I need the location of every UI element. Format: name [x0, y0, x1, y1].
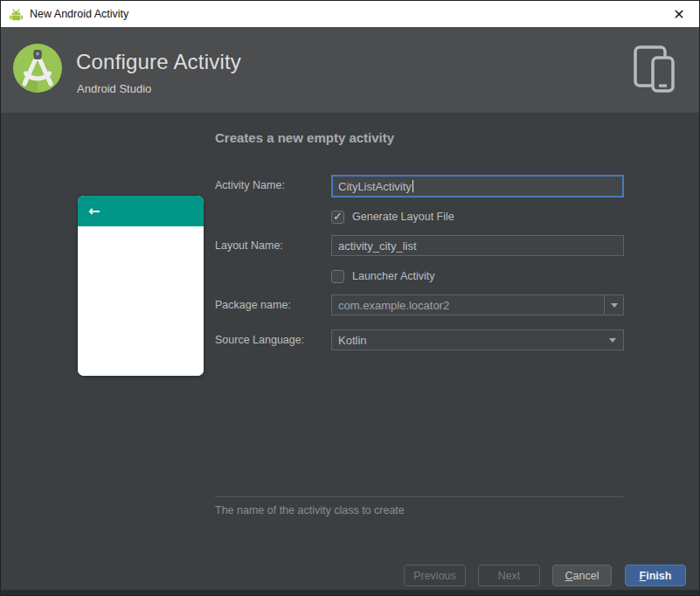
page-title: Creates a new empty activity: [215, 130, 394, 145]
launcher-activity-checkbox[interactable]: [331, 270, 344, 283]
chevron-down-icon: [609, 338, 616, 343]
activity-name-label: Activity Name:: [215, 175, 285, 196]
finish-button-label: Finish: [640, 570, 672, 582]
layout-name-input[interactable]: activity_city_list: [331, 235, 624, 256]
window-bottom-strip: [1, 590, 699, 595]
package-name-label: Package name:: [215, 295, 291, 315]
source-language-label: Source Language:: [215, 329, 304, 350]
source-language-dropdown[interactable]: Kotlin: [331, 329, 624, 350]
generate-layout-checkbox[interactable]: [331, 211, 344, 224]
previous-button[interactable]: Previous: [404, 565, 466, 586]
phone-tablet-icon: [629, 41, 680, 99]
preview-appbar: ←: [78, 196, 204, 226]
launcher-activity-row: Launcher Activity: [331, 269, 435, 283]
back-arrow-icon: ←: [88, 204, 100, 218]
hint-separator: [215, 496, 623, 497]
activity-name-input[interactable]: CityListActivity: [331, 175, 624, 198]
activity-name-value: CityListActivity: [338, 180, 412, 193]
package-name-combobox[interactable]: com.example.locator2: [331, 295, 624, 315]
close-icon[interactable]: ✕: [664, 1, 694, 27]
activity-preview-thumbnail: ←: [78, 196, 204, 376]
finish-button[interactable]: Finish: [625, 565, 686, 586]
wizard-subtitle: Android Studio: [77, 82, 151, 95]
cancel-button-label: Cancel: [565, 570, 600, 582]
new-android-activity-dialog: New Android Activity ✕ Configure Activit…: [0, 0, 700, 596]
text-caret: [412, 180, 413, 192]
generate-layout-row: Generate Layout File: [331, 210, 454, 224]
wizard-header: Configure Activity Android Studio: [1, 27, 699, 113]
android-robot-icon: [8, 7, 24, 22]
previous-button-label: Previous: [413, 570, 456, 582]
wizard-title: Configure Activity: [76, 50, 241, 74]
window-title: New Android Activity: [30, 8, 128, 20]
cancel-button[interactable]: Cancel: [552, 565, 612, 586]
layout-name-value: activity_city_list: [338, 239, 417, 253]
package-name-dropdown-button[interactable]: [604, 295, 623, 315]
chevron-down-icon: [611, 303, 618, 308]
launcher-activity-label: Launcher Activity: [352, 270, 435, 282]
field-hint-text: The name of the activity class to create: [215, 504, 405, 516]
generate-layout-label: Generate Layout File: [352, 211, 454, 223]
next-button[interactable]: Next: [478, 565, 540, 586]
preview-body: [78, 226, 204, 376]
titlebar: New Android Activity ✕: [1, 1, 699, 27]
next-button-label: Next: [498, 570, 521, 582]
layout-name-label: Layout Name:: [215, 235, 283, 256]
package-name-value: com.example.locator2: [338, 299, 604, 312]
source-language-value: Kotlin: [338, 334, 602, 347]
android-studio-logo-icon: [11, 42, 64, 94]
source-language-arrow: [602, 338, 623, 343]
